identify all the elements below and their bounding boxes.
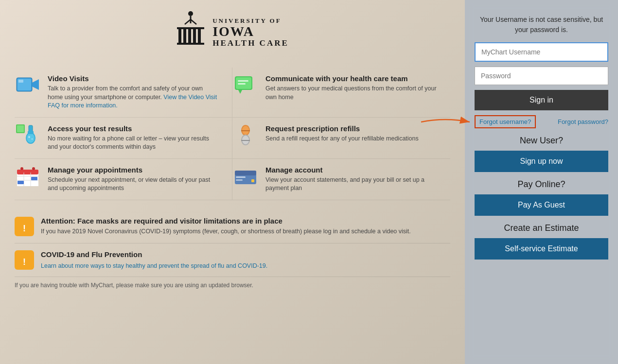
feature-content-appointments: Manage your appointments Schedule your n… — [48, 166, 217, 193]
svg-rect-19 — [238, 83, 246, 85]
face-mask-content: Attention: Face masks are required and v… — [41, 217, 411, 236]
logo: University of Iowa Health Care — [176, 10, 289, 55]
svg-rect-33 — [241, 140, 250, 141]
svg-rect-46 — [235, 171, 256, 175]
feature-title-test: Access your test results — [48, 124, 217, 133]
pay-online-label: Pay Online? — [475, 179, 608, 190]
svg-rect-22 — [29, 125, 33, 132]
left-panel: University of Iowa Health Care Video Vis… — [0, 0, 465, 364]
svg-point-24 — [27, 133, 35, 143]
chat-icon — [232, 74, 259, 96]
covid-section: ! COVID-19 and Flu Prevention Learn abou… — [15, 243, 450, 277]
svg-rect-8 — [177, 27, 204, 29]
new-user-label: New User? — [475, 136, 608, 146]
svg-rect-3 — [183, 29, 186, 43]
right-panel: Your Username is not case sensitive, but… — [465, 0, 618, 364]
svg-rect-21 — [17, 125, 24, 132]
features-grid: Video Visits Talk to a provider from the… — [15, 68, 450, 200]
feature-account: Manage account View your account stateme… — [232, 159, 450, 200]
covid-title: COVID-19 and Flu Prevention — [41, 250, 267, 259]
feature-video-visits: Video Visits Talk to a provider from the… — [15, 68, 232, 118]
account-icon — [232, 166, 259, 187]
svg-rect-2 — [178, 29, 181, 43]
face-mask-desc: If you have 2019 Novel Coronavirus (COVI… — [41, 227, 411, 236]
pay-guest-button[interactable]: Pay As Guest — [475, 194, 608, 216]
estimate-label: Create an Estimate — [475, 223, 608, 233]
svg-rect-4 — [188, 29, 191, 43]
iowa-line: Iowa — [212, 25, 289, 38]
svg-rect-25 — [28, 131, 34, 134]
feature-title-communicate: Communicate with your health care team — [265, 74, 441, 83]
covid-warning-icon: ! — [15, 250, 34, 270]
svg-rect-18 — [238, 80, 248, 82]
covid-content: COVID-19 and Flu Prevention Learn about … — [41, 250, 267, 270]
face-mask-title: Attention: Face masks are required and v… — [41, 217, 411, 225]
feature-communicate: Communicate with your health care team G… — [232, 68, 450, 118]
bottom-note: If you are having trouble with MyChart, … — [15, 277, 450, 294]
logo-icon — [176, 10, 205, 55]
svg-rect-7 — [177, 43, 204, 45]
feature-content-prescriptions: Request prescription refills Send a refi… — [265, 124, 419, 143]
svg-rect-30 — [241, 130, 250, 131]
svg-point-37 — [20, 167, 23, 170]
feature-desc-appointments: Schedule your next appointment, or view … — [48, 176, 217, 193]
feature-content-test: Access your test results No more waiting… — [48, 124, 217, 152]
feature-title-account: Manage account — [265, 166, 441, 174]
feature-desc-prescriptions: Send a refill request for any of your re… — [265, 135, 419, 143]
svg-point-0 — [188, 11, 193, 16]
svg-line-10 — [191, 19, 196, 24]
pills-icon — [232, 124, 259, 146]
feature-desc-communicate: Get answers to your medical questions fr… — [265, 85, 441, 102]
logo-area: University of Iowa Health Care — [15, 0, 450, 68]
svg-point-26 — [28, 136, 30, 138]
feature-title-video: Video Visits — [48, 74, 217, 83]
feature-content-account: Manage account View your account stateme… — [265, 166, 441, 193]
warning-icon: ! — [15, 217, 34, 236]
svg-rect-36 — [17, 170, 38, 174]
username-input[interactable] — [475, 42, 608, 62]
svg-rect-48 — [236, 179, 243, 181]
svg-marker-17 — [238, 90, 242, 94]
feature-desc-video: Talk to a provider from the comfort and … — [48, 85, 217, 110]
feature-appointments: Manage your appointments Schedule your n… — [15, 159, 232, 200]
feature-test-results: Access your test results No more waiting… — [15, 118, 232, 159]
svg-marker-13 — [32, 79, 39, 90]
calendar-icon — [15, 166, 41, 187]
health-line: Health Care — [212, 38, 289, 48]
video-faq-link[interactable]: View the Video Visit FAQ for more inform… — [48, 94, 217, 109]
svg-rect-6 — [198, 29, 201, 43]
svg-rect-49 — [251, 179, 254, 182]
estimate-button[interactable]: Self-service Estimate — [475, 238, 608, 260]
password-input[interactable] — [475, 67, 608, 85]
forgot-password-link[interactable]: Forgot password? — [558, 118, 608, 125]
svg-point-27 — [32, 138, 33, 139]
feature-content-video: Video Visits Talk to a provider from the… — [48, 74, 217, 110]
feature-desc-test: No more waiting for a phone call or lett… — [48, 135, 217, 152]
svg-rect-43 — [31, 177, 37, 180]
case-note: Your Username is not case sensitive, but… — [475, 15, 608, 35]
svg-rect-47 — [236, 176, 246, 178]
forgot-row: Forgot username? Forgot password? — [475, 115, 608, 128]
svg-rect-14 — [18, 80, 23, 83]
svg-point-38 — [32, 167, 35, 170]
flask-icon — [15, 124, 41, 146]
signup-button[interactable]: Sign up now — [475, 151, 608, 172]
svg-text:!: ! — [23, 224, 26, 233]
forgot-username-link[interactable]: Forgot username? — [475, 115, 536, 128]
feature-desc-account: View your account statements, and pay yo… — [265, 176, 441, 193]
covid-link[interactable]: Learn about more ways to stay healthy an… — [41, 262, 267, 269]
video-icon — [15, 74, 41, 96]
signin-button[interactable]: Sign in — [475, 90, 608, 110]
svg-line-9 — [185, 19, 191, 24]
feature-prescriptions: Request prescription refills Send a refi… — [232, 118, 450, 159]
feature-title-appointments: Manage your appointments — [48, 166, 217, 174]
svg-rect-44 — [18, 181, 24, 184]
face-mask-alert: ! Attention: Face masks are required and… — [15, 210, 450, 243]
logo-text: University of Iowa Health Care — [212, 17, 289, 48]
svg-text:!: ! — [23, 257, 26, 267]
feature-content-communicate: Communicate with your health care team G… — [265, 74, 441, 102]
feature-title-prescriptions: Request prescription refills — [265, 124, 419, 133]
svg-rect-5 — [193, 29, 196, 43]
